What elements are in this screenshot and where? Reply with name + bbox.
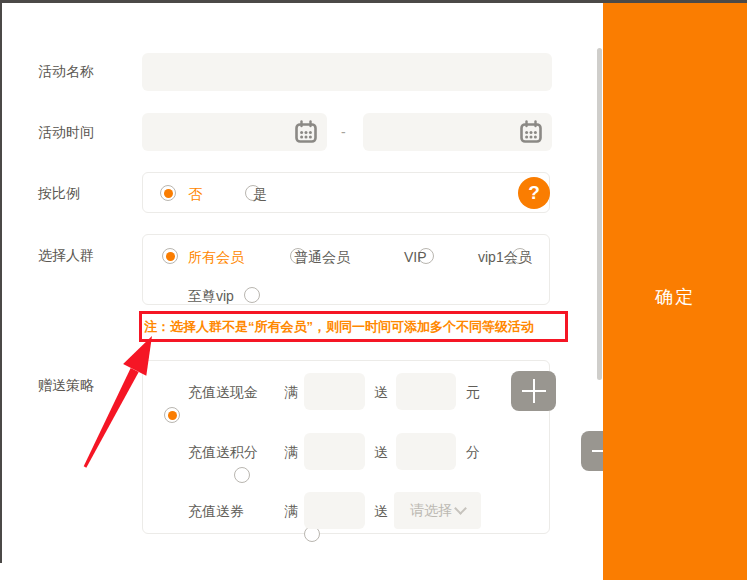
activity-time-label: 活动时间 [38,124,94,142]
gift-points-radio[interactable] [234,467,250,483]
ratio-option-yes-label[interactable]: 是 [253,186,267,204]
calendar-icon[interactable] [294,120,318,148]
audience-supreme-vip-label[interactable]: 至尊vip [188,288,234,306]
help-icon[interactable]: ? [518,177,550,209]
coupon-select-dropdown[interactable]: 请选择 [394,492,481,529]
recharge-activity-dialog: { "colors": { "accent_orange": "#fa7d01"… [0,0,747,580]
gift-points-mid: 送 [374,444,388,462]
activity-name-input[interactable] [142,53,552,91]
activity-name-label: 活动名称 [38,63,94,81]
ratio-option-no-label[interactable]: 否 [188,186,202,204]
calendar-icon[interactable] [519,120,543,148]
gift-points-gift-input[interactable] [396,433,456,470]
start-date-input[interactable] [142,113,327,151]
gift-cash-prefix: 满 [284,384,298,402]
confirm-panel: 确定 [603,3,747,580]
audience-all-members-radio[interactable] [162,248,178,264]
gift-strategy-group: 充值送现金 满 送 元 充值送积分 满 送 分 充值送券 满 送 请选择 [142,360,550,534]
gift-points-amount-input[interactable] [304,433,365,470]
chevron-down-icon [454,502,467,515]
audience-normal-members-label[interactable]: 普通会员 [294,249,350,267]
gift-cash-amount-input[interactable] [304,373,365,410]
gift-cash-gift-input[interactable] [396,373,456,410]
confirm-button[interactable]: 确定 [603,281,747,313]
gift-coupon-label[interactable]: 充值送券 [188,503,244,521]
audience-vip-label[interactable]: VIP [404,249,427,265]
audience-all-members-label[interactable]: 所有会员 [188,249,244,267]
ratio-option-no-radio[interactable] [160,185,176,201]
audience-label: 选择人群 [38,247,94,265]
gift-coupon-prefix: 满 [284,503,298,521]
gift-points-label[interactable]: 充值送积分 [188,444,258,462]
gift-cash-add-button[interactable] [511,371,556,411]
gift-coupon-amount-input[interactable] [304,492,365,529]
vertical-scrollbar[interactable] [597,48,602,380]
date-range-separator: - [341,124,346,140]
note-text: 注：选择人群不是“所有会员”，则同一时间可添加多个不同等级活动 [142,318,534,336]
gift-cash-unit: 元 [466,384,480,402]
ratio-group: 否 是 ? [142,172,550,213]
gift-cash-label[interactable]: 充值送现金 [188,384,258,402]
window-left-edge [0,0,2,563]
coupon-select-placeholder: 请选择 [410,502,452,520]
gift-points-unit: 分 [466,444,480,462]
gift-strategy-label: 赠送策略 [38,377,94,395]
end-date-input[interactable] [363,113,552,151]
gift-cash-radio[interactable] [164,407,180,423]
gift-coupon-mid: 送 [374,503,388,521]
ratio-label: 按比例 [38,185,80,203]
audience-supreme-vip-radio[interactable] [244,287,260,303]
gift-cash-mid: 送 [374,384,388,402]
audience-group: 所有会员 普通会员 VIP vip1会员 至尊vip [142,234,550,305]
note-highlight-box: 注：选择人群不是“所有会员”，则同一时间可添加多个不同等级活动 [139,311,568,342]
gift-points-prefix: 满 [284,444,298,462]
audience-vip1-label[interactable]: vip1会员 [478,249,532,267]
